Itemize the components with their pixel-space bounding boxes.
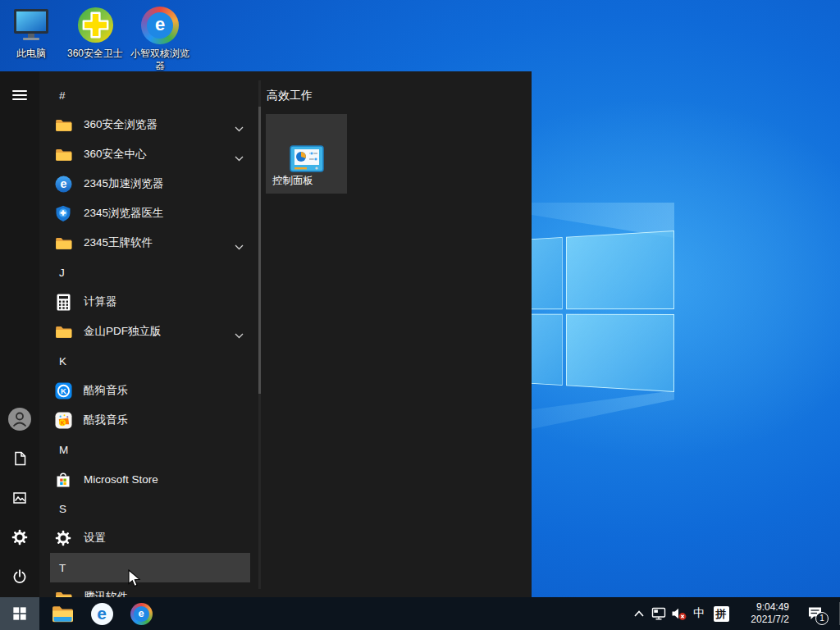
documents-icon[interactable]: [0, 439, 39, 478]
desktop-icon-xiaozhi-browser[interactable]: e 小智双核浏览器: [129, 5, 191, 72]
folder-icon: [54, 234, 72, 252]
chevron-down-icon[interactable]: [235, 240, 244, 253]
ethernet-icon: [651, 606, 667, 621]
app-list-section-header[interactable]: J: [50, 258, 250, 287]
xiaozhi-browser-icon: e: [129, 5, 191, 44]
kuwo-icon: K: [54, 411, 72, 429]
tray-ime-mode[interactable]: 中: [689, 597, 709, 630]
tray-ime-pinyin[interactable]: 拼: [710, 597, 732, 630]
taskbar-file-explorer[interactable]: [43, 597, 82, 630]
app-list-section-header[interactable]: S: [50, 494, 250, 523]
ms-store-icon: [54, 470, 72, 488]
chevron-down-icon[interactable]: [235, 152, 244, 164]
pinyin-indicator: 拼: [714, 606, 729, 622]
taskbar: e e 中 拼: [0, 597, 840, 630]
svg-text:e: e: [60, 177, 66, 190]
folder-icon: [54, 116, 72, 134]
calculator-icon: [54, 293, 72, 311]
desktop-icon-label: 此电脑: [0, 48, 62, 60]
pictures-icon[interactable]: [0, 478, 39, 518]
settings-gear-icon[interactable]: [0, 518, 39, 557]
tray-network[interactable]: [649, 597, 669, 630]
folder-icon: [54, 145, 72, 163]
browser-e-colorful-icon: e: [130, 603, 153, 625]
360-safe-icon: [64, 5, 126, 44]
taskbar-browser-e-blue[interactable]: e: [82, 597, 121, 630]
app-list-item[interactable]: 金山PDF独立版: [50, 317, 250, 346]
browser-2345-icon: e: [54, 175, 72, 193]
desktop-icon-360-safe[interactable]: 360安全卫士: [64, 5, 126, 60]
tray-volume[interactable]: [669, 597, 689, 630]
volume-muted-icon: [670, 606, 687, 622]
chevron-down-icon[interactable]: [235, 329, 244, 341]
logo-pane: [566, 313, 674, 392]
app-list-item[interactable]: e 2345加速浏览器: [50, 169, 250, 199]
logo-pane: [566, 231, 674, 309]
taskbar-browser-e-colorful[interactable]: e: [121, 597, 161, 630]
app-list-section-header[interactable]: M: [50, 435, 250, 464]
svg-text:K: K: [61, 386, 66, 395]
folder-icon: [54, 588, 72, 597]
app-list-item[interactable]: K 酷狗音乐: [50, 376, 250, 405]
desktop-icon-label: 小智双核浏览器: [129, 48, 191, 72]
svg-text:K: K: [60, 420, 64, 426]
start-menu: # 360安全浏览器 360安全中心: [0, 71, 532, 597]
tray-date: 2021/7/2: [751, 614, 789, 626]
desktop: 此电脑 360安全卫士 e 小智双核浏览器: [0, 0, 840, 630]
app-list-item[interactable]: 360安全浏览器: [50, 110, 250, 139]
tray-action-center[interactable]: 1: [797, 597, 833, 630]
app-list-item[interactable]: 2345王牌软件: [50, 228, 250, 258]
app-list-item[interactable]: 360安全中心: [50, 139, 250, 169]
chevron-down-icon[interactable]: [235, 122, 244, 135]
kugou-icon: K: [54, 381, 72, 399]
control-panel-icon: [290, 145, 324, 176]
tray-time: 9:04:49: [756, 601, 789, 614]
browser-e-blue-icon: e: [91, 603, 113, 625]
tile-label: 控制面板: [272, 174, 313, 188]
start-menu-rail: [0, 71, 39, 597]
start-button[interactable]: [0, 597, 39, 630]
file-explorer-icon: [52, 605, 74, 623]
app-list-item[interactable]: 设置: [50, 523, 250, 553]
app-list-scrollbar-thumb[interactable]: [258, 107, 261, 394]
shield-doctor-icon: [54, 204, 72, 222]
start-menu-app-list: # 360安全浏览器 360安全中心: [50, 80, 250, 597]
this-pc-icon: [0, 5, 62, 44]
tile-control-panel[interactable]: 控制面板: [266, 114, 347, 194]
app-list-section-header[interactable]: T: [50, 553, 250, 582]
notification-count-badge: 1: [815, 612, 829, 625]
app-list-item[interactable]: 计算器: [50, 287, 250, 317]
desktop-icon-this-pc[interactable]: 此电脑: [0, 5, 62, 60]
start-windows-icon: [12, 606, 27, 621]
app-list-item[interactable]: Microsoft Store: [50, 464, 250, 494]
tray-chevron-up[interactable]: [629, 597, 649, 630]
tray-clock[interactable]: 9:04:49 2021/7/2: [733, 597, 789, 630]
hamburger-menu-icon[interactable]: [0, 75, 39, 115]
mouse-cursor: [128, 569, 142, 591]
folder-icon: [54, 322, 72, 340]
user-account-icon[interactable]: [0, 399, 39, 439]
power-icon[interactable]: [0, 557, 39, 596]
app-list-item[interactable]: K 酷我音乐: [50, 405, 250, 435]
app-list-item[interactable]: 腾讯软件: [50, 582, 250, 597]
settings-gear-icon: [54, 529, 72, 547]
chevron-up-icon: [633, 609, 645, 618]
tile-group-title: 高效工作: [267, 89, 313, 103]
desktop-icon-label: 360安全卫士: [64, 48, 126, 60]
app-list-section-header[interactable]: #: [50, 80, 250, 110]
app-list-section-header[interactable]: K: [50, 346, 250, 376]
app-list-item[interactable]: 2345浏览器医生: [50, 199, 250, 228]
